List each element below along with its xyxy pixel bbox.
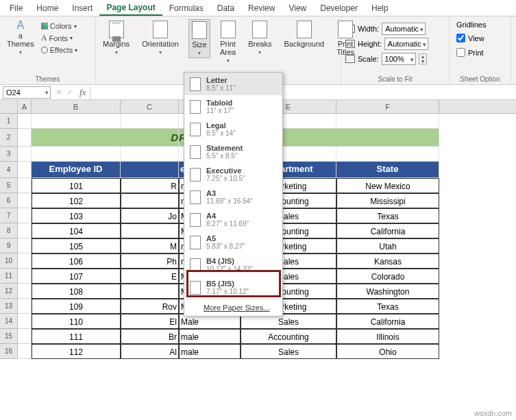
margins-button[interactable]: Margins▾ [100, 19, 132, 57]
cell-name[interactable]: R [121, 178, 179, 193]
cell-gender[interactable]: male [179, 329, 241, 344]
cell-id[interactable]: 101 [32, 178, 121, 193]
cell-state[interactable]: Kansas [336, 254, 439, 269]
cell-id[interactable]: 106 [32, 254, 121, 269]
size-option-tabloid[interactable]: Tabloid11" x 17" [184, 95, 282, 118]
cell-id[interactable]: 107 [32, 269, 121, 284]
tab-view[interactable]: View [282, 1, 313, 15]
cell-department[interactable]: Accounting [241, 329, 336, 344]
effects-button[interactable]: Effects▾ [41, 46, 77, 54]
cell-state[interactable]: Ohio [336, 344, 439, 359]
size-name: Legal [206, 121, 236, 129]
size-option-legal[interactable]: Legal8.5" x 14" [184, 118, 282, 140]
cell-id[interactable]: 110 [32, 314, 121, 329]
cell-state[interactable]: Colorado [336, 269, 439, 284]
cell-state[interactable]: Texas [336, 208, 439, 223]
cell-id[interactable]: 102 [32, 193, 121, 208]
size-button[interactable]: Size▾ [188, 19, 210, 58]
cell-state[interactable]: Utah [336, 238, 439, 254]
breaks-button[interactable]: Breaks▾ [245, 19, 274, 57]
tab-formulas[interactable]: Formulas [162, 1, 210, 15]
row-header[interactable]: 7 [0, 208, 18, 223]
row-header[interactable]: 13 [0, 299, 18, 314]
row-header[interactable]: 10 [0, 254, 18, 269]
cell-state[interactable]: California [336, 223, 439, 238]
cell-id[interactable]: 105 [32, 238, 121, 254]
cell-name[interactable]: Rov [121, 299, 179, 314]
orientation-button[interactable]: Orientation▾ [139, 19, 182, 57]
cell-name[interactable]: M [121, 238, 179, 254]
size-option-letter[interactable]: Letter8.5" x 11" [184, 73, 282, 95]
tab-developer[interactable]: Developer [313, 1, 365, 15]
scale-combo[interactable]: 100% [382, 53, 416, 65]
cell-gender[interactable]: male [179, 344, 241, 359]
tab-insert[interactable]: Insert [65, 1, 99, 15]
size-dims: 8.5" x 11" [206, 84, 236, 92]
row-header[interactable]: 16 [0, 344, 18, 359]
cell-id[interactable]: 111 [32, 329, 121, 344]
col-header[interactable]: F [336, 100, 439, 113]
row-header[interactable]: 14 [0, 314, 18, 329]
cell-name[interactable] [121, 284, 179, 299]
cell-id[interactable]: 109 [32, 299, 121, 314]
tab-page-layout[interactable]: Page Layout [99, 1, 162, 16]
cell-state[interactable]: Mississipi [336, 193, 439, 208]
colors-button[interactable]: Colors▾ [41, 22, 77, 30]
cell-state[interactable]: New Mexico [336, 178, 439, 193]
col-header[interactable]: A [18, 100, 32, 113]
cell-id[interactable]: 104 [32, 223, 121, 238]
row-header[interactable]: 8 [0, 223, 18, 238]
tab-review[interactable]: Review [241, 1, 282, 15]
cell-name[interactable] [121, 223, 179, 238]
cell-department[interactable]: Sales [241, 344, 336, 359]
cell-name[interactable]: Ph [121, 254, 179, 269]
page-icon [190, 190, 201, 204]
tab-home[interactable]: Home [29, 1, 65, 15]
row-header[interactable]: 9 [0, 238, 18, 254]
tab-help[interactable]: Help [365, 1, 395, 15]
gridlines-print-checkbox[interactable]: Print [456, 47, 484, 58]
col-header[interactable]: B [32, 100, 121, 113]
gridlines-view-checkbox[interactable]: View [456, 33, 484, 43]
size-option-a3[interactable]: A311.69" x 16.54" [184, 186, 282, 208]
size-option-b4-jis-[interactable]: B4 (JIS)10.12" x 14.33" [184, 254, 282, 276]
cell-state[interactable]: Illinois [336, 329, 439, 344]
more-paper-sizes[interactable]: More Paper Sizes... [184, 299, 282, 316]
cell-id[interactable]: 112 [32, 344, 121, 359]
cell-name[interactable]: Jo [121, 208, 179, 223]
size-option-executive[interactable]: Executive7.25" x 10.5" [184, 163, 282, 186]
cell-name[interactable]: Br [121, 329, 179, 344]
cell-name[interactable]: Al [121, 344, 179, 359]
col-header[interactable]: C [121, 100, 179, 113]
scale-stepper[interactable]: ▴▾ [419, 53, 427, 64]
formula-bar[interactable] [90, 86, 516, 99]
tab-data[interactable]: Data [210, 1, 241, 15]
width-combo[interactable]: Automatic [382, 23, 426, 35]
cell-state[interactable]: Texas [336, 299, 439, 314]
cell-id[interactable]: 103 [32, 208, 121, 223]
height-combo[interactable]: Automatic [384, 38, 428, 50]
select-all-corner[interactable] [0, 100, 18, 113]
background-button[interactable]: Background [281, 19, 327, 49]
cell-id[interactable]: 108 [32, 284, 121, 299]
fonts-button[interactable]: AFonts▾ [41, 33, 77, 43]
cell-name[interactable]: E [121, 269, 179, 284]
row-header[interactable]: 12 [0, 284, 18, 299]
row-header[interactable]: 5 [0, 178, 18, 193]
size-option-b5-jis-[interactable]: B5 (JIS)7.17" x 10.12" [184, 276, 282, 299]
size-option-statement[interactable]: Statement5.5" x 8.5" [184, 140, 282, 163]
cell-state[interactable]: California [336, 314, 439, 329]
name-box[interactable]: O24 [3, 86, 51, 99]
row-header[interactable]: 15 [0, 329, 18, 344]
row-header[interactable]: 11 [0, 269, 18, 284]
cell-name[interactable]: El [121, 314, 179, 329]
fx-icon[interactable]: fx [79, 87, 86, 98]
print-area-button[interactable]: Print Area▾ [217, 19, 238, 65]
cell-name[interactable] [121, 193, 179, 208]
row-header[interactable]: 6 [0, 193, 18, 208]
tab-file[interactable]: File [3, 1, 29, 15]
themes-button[interactable]: Aa Themes ▾ [4, 19, 37, 57]
size-option-a5[interactable]: A55.83" x 8.27" [184, 231, 282, 254]
size-option-a4[interactable]: A48.27" x 11.69" [184, 208, 282, 231]
cell-state[interactable]: Washington [336, 284, 439, 299]
